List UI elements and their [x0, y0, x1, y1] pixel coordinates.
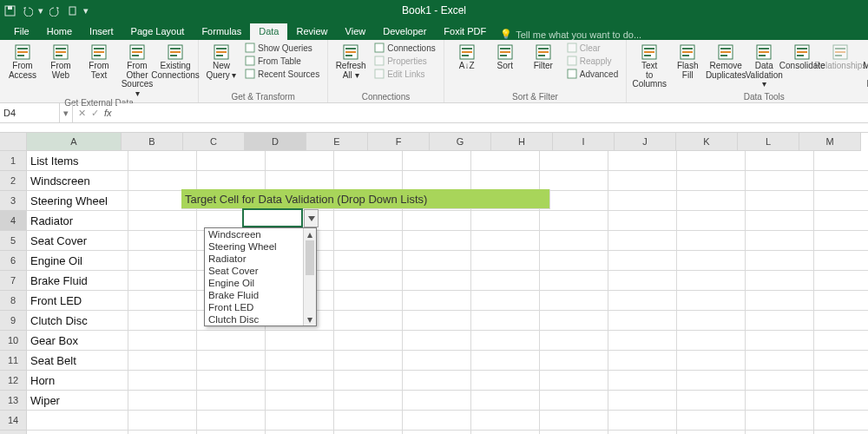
cell-J1[interactable] — [677, 151, 746, 171]
cell-B8[interactable] — [128, 291, 197, 311]
properties-button[interactable]: Properties — [372, 55, 438, 67]
from-text-button[interactable]: FromText — [82, 42, 116, 80]
formula-input[interactable] — [117, 103, 868, 122]
cell-B12[interactable] — [128, 371, 197, 391]
sort-button[interactable]: Sort — [488, 42, 523, 71]
cell-G13[interactable] — [471, 391, 540, 411]
cell-A1[interactable]: List Items — [27, 151, 128, 171]
cell-I3[interactable] — [608, 191, 677, 211]
from-table-button[interactable]: From Table — [242, 55, 322, 67]
cell-H4[interactable] — [540, 211, 608, 231]
cell-E12[interactable] — [334, 371, 403, 391]
cell-I11[interactable] — [608, 351, 677, 371]
cell-F6[interactable] — [403, 251, 471, 271]
from-web-button[interactable]: FromWeb — [43, 42, 78, 80]
cell-B2[interactable] — [128, 171, 197, 191]
cell-A6[interactable]: Engine Oil — [27, 251, 128, 271]
flash-fill-button[interactable]: FlashFill — [670, 42, 705, 80]
cell-K5[interactable] — [746, 231, 814, 251]
cell-G15[interactable] — [471, 431, 540, 434]
cell-E14[interactable] — [334, 411, 403, 431]
tab-home[interactable]: Home — [38, 23, 81, 40]
cell-B5[interactable] — [128, 231, 197, 251]
recent-sources-button[interactable]: Recent Sources — [242, 68, 322, 80]
tab-view[interactable]: View — [337, 23, 375, 40]
cell-A2[interactable]: Windscreen — [27, 171, 128, 191]
cell-E11[interactable] — [334, 351, 403, 371]
cell-G7[interactable] — [471, 271, 540, 291]
cell-J6[interactable] — [677, 251, 746, 271]
column-header-C[interactable]: C — [183, 133, 245, 151]
relationships-button[interactable]: Relationships — [823, 42, 858, 71]
tab-developer[interactable]: Developer — [374, 23, 435, 40]
cell-L12[interactable] — [814, 371, 868, 391]
dropdown-scrollbar[interactable]: ▴ ▾ — [303, 228, 316, 326]
cell-B14[interactable] — [128, 411, 197, 431]
cell-B11[interactable] — [128, 351, 197, 371]
cell-L14[interactable] — [814, 411, 868, 431]
tab-file[interactable]: File — [5, 23, 38, 40]
cell-K3[interactable] — [746, 191, 814, 211]
cell-G10[interactable] — [471, 331, 540, 351]
cell-F7[interactable] — [403, 271, 471, 291]
cell-G4[interactable] — [471, 211, 540, 231]
cell-F10[interactable] — [403, 331, 471, 351]
cell-A9[interactable]: Clutch Disc — [27, 311, 128, 331]
cell-A4[interactable]: Radiator — [27, 211, 128, 231]
cell-K14[interactable] — [746, 411, 814, 431]
cell-H15[interactable] — [540, 431, 608, 434]
row-header-5[interactable]: 5 — [0, 231, 27, 251]
column-header-A[interactable]: A — [27, 133, 122, 151]
row-header-14[interactable]: 14 — [0, 411, 27, 431]
cell-E13[interactable] — [334, 391, 403, 411]
cell-H10[interactable] — [540, 331, 608, 351]
cell-L11[interactable] — [814, 351, 868, 371]
cell-I1[interactable] — [608, 151, 677, 171]
cell-B15[interactable] — [128, 431, 197, 434]
cell-L9[interactable] — [814, 311, 868, 331]
name-box[interactable]: D4 — [0, 103, 60, 122]
cell-F15[interactable] — [403, 431, 471, 434]
column-header-H[interactable]: H — [491, 133, 553, 151]
cell-A3[interactable]: Steering Wheel — [27, 191, 128, 211]
cell-D10[interactable] — [266, 331, 334, 351]
cell-A7[interactable]: Brake Fluid — [27, 271, 128, 291]
cell-A14[interactable] — [27, 411, 128, 431]
cell-B4[interactable] — [128, 211, 197, 231]
cell-E9[interactable] — [334, 311, 403, 331]
cell-A12[interactable]: Horn — [27, 371, 128, 391]
tab-data[interactable]: Data — [250, 23, 287, 40]
dropdown-option[interactable]: Front LED — [205, 301, 316, 313]
column-header-J[interactable]: J — [615, 133, 676, 151]
cell-K8[interactable] — [746, 291, 814, 311]
cell-F12[interactable] — [403, 371, 471, 391]
cell-C13[interactable] — [197, 391, 266, 411]
cell-H2[interactable] — [540, 171, 608, 191]
cell-F11[interactable] — [403, 351, 471, 371]
cell-A11[interactable]: Seat Belt — [27, 351, 128, 371]
cell-D15[interactable] — [266, 431, 334, 434]
cell-E2[interactable] — [334, 171, 403, 191]
cell-E6[interactable] — [334, 251, 403, 271]
row-header-1[interactable]: 1 — [0, 151, 27, 171]
dropdown-option[interactable]: Seat Cover — [205, 265, 316, 277]
row-header-7[interactable]: 7 — [0, 271, 27, 291]
row-header-4[interactable]: 4 — [0, 211, 27, 231]
cell-G2[interactable] — [471, 171, 540, 191]
cell-J15[interactable] — [677, 431, 746, 434]
cell-D2[interactable] — [266, 171, 334, 191]
row-header-8[interactable]: 8 — [0, 291, 27, 311]
row-header-12[interactable]: 12 — [0, 371, 27, 391]
data-validation-button[interactable]: DataValidation ▾ — [746, 42, 781, 89]
cell-K15[interactable] — [746, 431, 814, 434]
dropdown-option[interactable]: Radiator — [205, 253, 316, 265]
cell-G5[interactable] — [471, 231, 540, 251]
cell-H1[interactable] — [540, 151, 608, 171]
column-header-K[interactable]: K — [676, 133, 738, 151]
cell-L10[interactable] — [814, 331, 868, 351]
tab-review[interactable]: Review — [287, 23, 336, 40]
cell-F8[interactable] — [403, 291, 471, 311]
cell-L2[interactable] — [814, 171, 868, 191]
cell-L7[interactable] — [814, 271, 868, 291]
cell-H7[interactable] — [540, 271, 608, 291]
